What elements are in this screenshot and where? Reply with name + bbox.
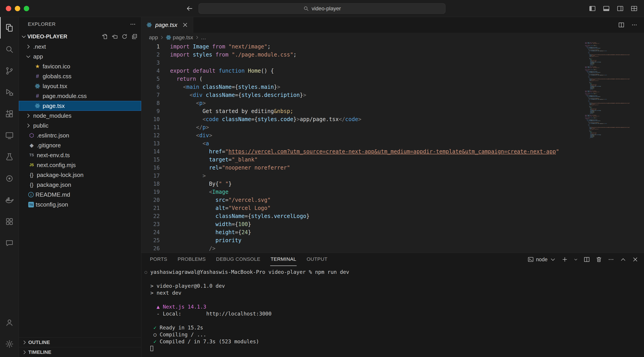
file-package-lock.json[interactable]: {}package-lock.json [19, 170, 141, 180]
new-file-icon[interactable] [102, 33, 108, 40]
code-line[interactable]: <div> [170, 131, 559, 139]
file-README.md[interactable]: iREADME.md [19, 190, 141, 200]
file-.eslintrc.json[interactable]: .eslintrc.json [19, 130, 141, 140]
code-line[interactable]: Get started by editing&nbsp; [170, 107, 559, 115]
code-line[interactable]: <main className={styles.main}> [170, 83, 559, 91]
chevron-down-icon[interactable] [25, 53, 32, 60]
code-line[interactable]: import styles from "./page.module.css"; [170, 51, 559, 59]
file-favicon.ico[interactable]: ★favicon.ico [19, 61, 141, 71]
project-section-header[interactable]: VIDEO-PLAYER [19, 31, 141, 42]
panel-tab-terminal[interactable]: TERMINAL [270, 253, 297, 266]
new-folder-icon[interactable] [112, 33, 118, 40]
components-activity-icon[interactable] [0, 211, 18, 232]
coverage-activity-icon[interactable] [0, 168, 18, 189]
chevron-right-icon[interactable] [25, 122, 32, 129]
file-layout.tsx[interactable]: layout.tsx [19, 81, 141, 91]
panel-tab-debug-console[interactable]: DEBUG CONSOLE [216, 253, 261, 266]
maximize-panel-icon[interactable] [620, 256, 626, 263]
code-line[interactable]: target="_blank" [170, 156, 559, 164]
code-line[interactable]: height={24} [170, 228, 559, 236]
code-line[interactable]: <a [170, 139, 559, 148]
docker-activity-icon[interactable] [0, 189, 18, 211]
file-globals.css[interactable]: #globals.css [19, 71, 141, 81]
breadcrumb-folder[interactable]: app [149, 34, 158, 40]
file-tsconfig.json[interactable]: TStsconfig.json [19, 200, 141, 209]
explorer-activity-icon[interactable] [0, 17, 18, 38]
code-line[interactable]: <p> [170, 99, 559, 107]
file-package.json[interactable]: {}package.json [19, 180, 141, 190]
outline-section[interactable]: OUTLINE [19, 337, 141, 347]
panel-tab-output[interactable]: OUTPUT [306, 253, 328, 266]
code-line[interactable]: return ( [170, 75, 559, 83]
file-page.tsx[interactable]: page.tsx [19, 101, 141, 111]
tab-page-tsx[interactable]: page.tsx [141, 17, 193, 33]
close-tab-icon[interactable] [182, 21, 188, 28]
code-line[interactable]: By{" "} [170, 180, 559, 188]
chevron-right-icon[interactable] [25, 43, 32, 50]
code-line[interactable]: className={styles.vercelLogo} [170, 212, 559, 220]
code-line[interactable]: export default function Home() { [170, 67, 559, 75]
code-line[interactable]: alt="Vercel Logo" [170, 204, 559, 212]
account-activity-icon[interactable] [0, 312, 18, 333]
file-.gitignore[interactable]: ◆.gitignore [19, 140, 141, 150]
customize-layout-icon[interactable] [630, 5, 638, 12]
close-panel-icon[interactable] [632, 256, 638, 263]
extensions-activity-icon[interactable] [0, 103, 18, 125]
chat-activity-icon[interactable] [0, 232, 18, 254]
collapse-folders-icon[interactable] [131, 33, 138, 40]
file-next-env.d.ts[interactable]: TSnext-env.d.ts [19, 150, 141, 160]
run-debug-activity-icon[interactable] [0, 82, 18, 103]
terminal-output[interactable]: ○yashaswiagrawal@Yashaswis-MacBook-Pro v… [141, 266, 644, 357]
code-line[interactable]: <div className={styles.description}> [170, 91, 559, 99]
minimize-window-button[interactable] [15, 6, 20, 11]
code-line[interactable]: href="https://vercel.com?utm_source=crea… [170, 148, 559, 156]
settings-activity-icon[interactable] [0, 333, 18, 355]
panel-tab-ports[interactable]: PORTS [150, 253, 168, 266]
folder-public[interactable]: public [19, 121, 141, 130]
code-editor[interactable]: 1234567891011121314151617181920212223242… [141, 42, 644, 253]
close-window-button[interactable] [6, 6, 11, 11]
chevron-right-icon[interactable] [25, 113, 32, 119]
editor-more-icon[interactable] [631, 21, 638, 28]
testing-activity-icon[interactable] [0, 146, 18, 168]
folder-node_modules[interactable]: node_modules [19, 111, 141, 121]
terminal-shell-selector[interactable]: node [528, 256, 556, 263]
kill-terminal-icon[interactable] [596, 256, 602, 263]
timeline-section[interactable]: TIMELINE [19, 347, 141, 357]
panel-tab-problems[interactable]: PROBLEMS [177, 253, 206, 266]
split-editor-icon[interactable] [618, 21, 625, 28]
panel-more-icon[interactable] [608, 256, 614, 263]
folder-app[interactable]: app [19, 51, 141, 61]
zoom-window-button[interactable] [24, 6, 29, 11]
new-terminal-icon[interactable] [562, 256, 568, 263]
explorer-more-icon[interactable] [130, 21, 136, 27]
minimap[interactable]: import Image from "next/image";import st… [585, 42, 636, 253]
file-next.config.mjs[interactable]: JSnext.config.mjs [19, 160, 141, 170]
folder-.next[interactable]: .next [19, 42, 141, 51]
command-center-search[interactable]: video-player [198, 3, 446, 14]
toggle-primary-sidebar-icon[interactable] [589, 5, 596, 12]
back-button[interactable] [186, 5, 194, 12]
code-line[interactable]: import Image from "next/image"; [170, 43, 559, 51]
code-line[interactable]: <code className={styles.code}>app/page.t… [170, 115, 559, 123]
toggle-panel-icon[interactable] [603, 5, 610, 12]
search-activity-icon[interactable] [0, 38, 18, 60]
terminal-profile-dropdown-icon[interactable] [574, 257, 578, 262]
code-line[interactable]: /> [585, 138, 636, 139]
breadcrumb-file[interactable]: page.tsx [173, 34, 193, 40]
code-line[interactable]: width={100} [170, 220, 559, 228]
code-line[interactable]: rel="noopener noreferrer" [170, 164, 559, 172]
file-page.module.css[interactable]: #page.module.css [19, 91, 141, 101]
code-line[interactable]: /> [170, 244, 559, 253]
split-terminal-icon[interactable] [584, 256, 590, 263]
code-line[interactable] [170, 59, 559, 67]
code-line[interactable]: priority [170, 236, 559, 244]
code-line[interactable]: > [170, 172, 559, 180]
toggle-secondary-sidebar-icon[interactable] [616, 5, 624, 12]
remote-explorer-activity-icon[interactable] [0, 125, 18, 146]
source-control-activity-icon[interactable] [0, 60, 18, 82]
code-line[interactable]: </p> [170, 123, 559, 131]
breadcrumb-symbol[interactable]: … [201, 34, 206, 40]
code-line[interactable]: <Image [170, 188, 559, 196]
code-line[interactable]: src="/vercel.svg" [170, 196, 559, 204]
